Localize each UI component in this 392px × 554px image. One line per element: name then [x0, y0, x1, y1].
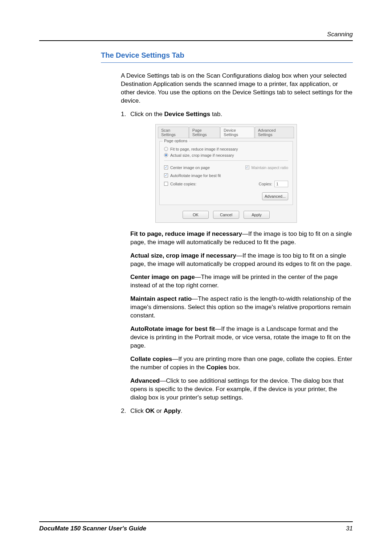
footer-page-number: 31 — [346, 525, 353, 532]
copies-label: Copies: — [259, 182, 272, 186]
check-collate-label: Collate copies: — [170, 182, 196, 186]
def-center: Center image on page—The image will be p… — [130, 273, 353, 290]
step-1: 1. Click on the Device Settings tab. — [121, 110, 353, 119]
step-2-number: 2. — [121, 407, 130, 415]
def-bold: Copies — [207, 364, 227, 371]
tab-scan-settings[interactable]: Scan Settings — [158, 127, 189, 138]
intro-paragraph: A Device Settings tab is on the Scan Con… — [121, 72, 353, 105]
ok-button[interactable]: OK — [183, 211, 209, 219]
step-1-number: 1. — [121, 110, 130, 119]
def-text: box. — [227, 364, 240, 371]
def-actual: Actual size, crop image if necessary—If … — [130, 252, 353, 268]
def-autorotate: AutoRotate image for best fit—If the ima… — [130, 325, 353, 350]
step-1-post: tab. — [210, 111, 222, 118]
tab-device-settings[interactable]: Device Settings — [220, 127, 254, 138]
header-section: Scanning — [39, 31, 353, 41]
dialog-buttons: OK Cancel Apply — [158, 211, 294, 219]
check-center[interactable]: Center image on page — [164, 165, 210, 170]
step-2-b1: OK — [146, 407, 155, 414]
radio-fit-label: Fit to page, reduce image if necessary — [170, 147, 238, 151]
def-term: Collate copies — [130, 356, 172, 362]
group-legend: Page options — [163, 139, 189, 143]
check-autorotate-label: AutoRotate image for best fit — [170, 173, 221, 178]
step-2-text: Click OK or Apply. — [130, 407, 183, 415]
step-2-end: . — [181, 407, 183, 414]
page-options-group: Page options Fit to page, reduce image i… — [159, 141, 293, 205]
checkbox-icon — [164, 173, 168, 177]
def-term: AutoRotate image for best fit — [130, 325, 215, 332]
check-aspect-label: Maintain aspect ratio — [252, 165, 289, 170]
tab-page-settings[interactable]: Page Settings — [189, 127, 220, 138]
def-collate: Collate copies—If you are printing more … — [130, 355, 353, 372]
check-autorotate[interactable]: AutoRotate image for best fit — [164, 173, 288, 178]
def-term: Fit to page, reduce image if necessary — [130, 230, 242, 237]
advanced-button[interactable]: Advanced... — [262, 192, 288, 200]
def-text: —Click to see additional settings for th… — [130, 377, 343, 401]
step-2-b2: Apply — [164, 407, 181, 414]
def-advanced: Advanced—Click to see additional setting… — [130, 377, 353, 402]
radio-icon — [164, 147, 168, 151]
step-2: 2. Click OK or Apply. — [121, 407, 353, 415]
radio-actual-label: Actual size, crop image if necessary — [170, 153, 234, 157]
check-collate[interactable]: Collate copies: — [164, 182, 196, 186]
radio-fit-to-page[interactable]: Fit to page, reduce image if necessary — [164, 147, 288, 151]
checkbox-icon — [164, 182, 168, 186]
copies-input[interactable]: 1 — [274, 181, 288, 187]
tab-advanced-settings[interactable]: Advanced Settings — [255, 127, 294, 138]
checkbox-icon — [164, 165, 168, 169]
step-2-pre: Click — [130, 407, 146, 414]
radio-icon — [164, 153, 168, 157]
cancel-button[interactable]: Cancel — [213, 211, 239, 219]
def-aspect: Maintain aspect ratio—The aspect ratio i… — [130, 295, 353, 320]
def-term: Actual size, crop image if necessary — [130, 252, 236, 259]
apply-button[interactable]: Apply — [244, 211, 270, 219]
step-2-mid: or — [155, 407, 164, 414]
footer-guide: DocuMate 150 Scanner User's Guide — [39, 525, 146, 532]
check-aspect[interactable]: Maintain aspect ratio — [245, 165, 289, 170]
checkbox-icon — [245, 165, 249, 169]
check-center-label: Center image on page — [170, 165, 210, 170]
def-fit: Fit to page, reduce image if necessary—I… — [130, 230, 353, 247]
radio-actual-size[interactable]: Actual size, crop image if necessary — [164, 153, 288, 157]
step-1-text: Click on the Device Settings tab. — [130, 110, 222, 119]
dialog-tabs: Scan Settings Page Settings Device Setti… — [158, 127, 294, 138]
def-term: Center image on page — [130, 274, 195, 280]
def-term: Advanced — [130, 377, 160, 384]
def-term: Maintain aspect ratio — [130, 295, 192, 302]
step-1-pre: Click on the — [130, 111, 164, 118]
section-title: The Device Settings Tab — [101, 51, 353, 63]
divider — [164, 160, 288, 161]
step-1-bold: Device Settings — [164, 111, 211, 118]
device-settings-dialog: Scan Settings Page Settings Device Setti… — [155, 124, 297, 223]
